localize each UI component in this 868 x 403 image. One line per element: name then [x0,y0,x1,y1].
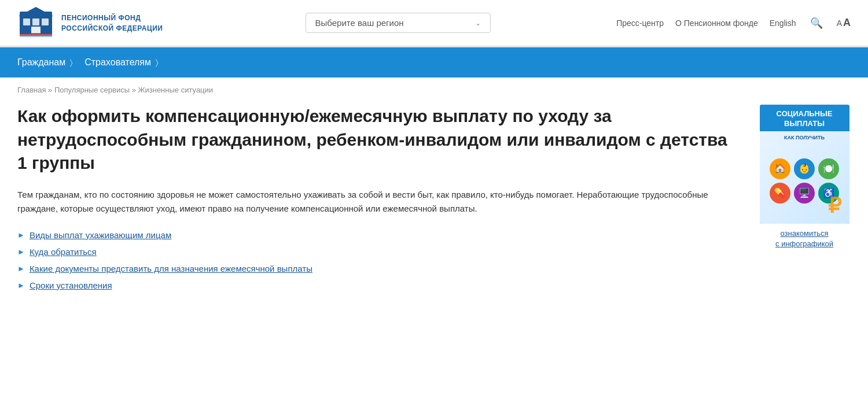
infographic-icon-4: 💊 [770,183,790,204]
toc-link[interactable]: Какие документы представить для назначен… [30,264,312,273]
header-nav: Пресс-центр О Пенсионном фонде English 🔍… [616,14,851,32]
infographic-header: СОЦИАЛЬНЫЕ ВЫПЛАТЫ [760,105,849,131]
infographic-title2: ВЫПЛАТЫ [763,119,846,129]
infographic-link[interactable]: ознакомитьсяс инфографикой [775,228,833,249]
search-button[interactable]: 🔍 [808,14,825,32]
english-link[interactable]: English [770,19,796,28]
ruble-icon: ₽ [828,194,841,218]
press-center-link[interactable]: Пресс-центр [616,19,664,28]
nav-insurers-label: Страхователям [84,57,151,68]
content-left: Как оформить компенсационную/ежемесячную… [17,105,741,290]
infographic-sublabel: КАК ПОЛУЧИТЬ [784,135,825,141]
toc-item: ► Какие документы представить для назнач… [17,264,741,273]
region-select-button[interactable]: Выберите ваш регион ⌄ [306,13,491,33]
site-header: ПЕНСИОННЫЙ ФОНД РОССИЙСКОЙ ФЕДЕРАЦИИ Выб… [0,0,868,46]
font-size-control[interactable]: А А [837,17,851,29]
region-selector: Выберите ваш регион ⌄ [179,13,616,33]
infographic-icon-2: 👶 [794,158,815,179]
font-big-a[interactable]: А [843,17,851,29]
nav-insurers[interactable]: Страхователям 〉 [84,57,170,68]
infographic-title1: СОЦИАЛЬНЫЕ [763,109,846,119]
toc-link[interactable]: Сроки установления [30,280,112,290]
infographic-icon-5: 🖥️ [794,183,815,204]
svg-rect-3 [32,19,39,25]
font-small-a[interactable]: А [837,19,842,28]
logo-text: ПЕНСИОННЫЙ ФОНД РОССИЙСКОЙ ФЕДЕРАЦИИ [61,13,163,34]
toc-link[interactable]: Виды выплат ухаживающим лицам [30,230,171,240]
main-content: Как оформить компенсационную/ежемесячную… [0,99,868,308]
logo-icon [17,6,54,40]
logo-area: ПЕНСИОННЫЙ ФОНД РОССИЙСКОЙ ФЕДЕРАЦИИ [17,6,179,40]
svg-rect-8 [20,33,52,35]
toc-arrow-icon: ► [17,247,25,256]
toc-item: ► Виды выплат ухаживающим лицам [17,230,741,240]
breadcrumb-popular[interactable]: Популярные сервисы [54,86,130,94]
toc-arrow-icon: ► [17,264,25,273]
about-link[interactable]: О Пенсионном фонде [675,19,758,28]
breadcrumb: Главная » Популярные сервисы » Жизненные… [0,77,868,99]
page-title: Как оформить компенсационную/ежемесячную… [17,105,741,175]
content-right: СОЦИАЛЬНЫЕ ВЫПЛАТЫ КАК ПОЛУЧИТЬ 🏠 👶 🍽️ 💊… [758,105,851,249]
toc-item: ► Куда обратиться [17,247,741,257]
infographic-box[interactable]: СОЦИАЛЬНЫЕ ВЫПЛАТЫ КАК ПОЛУЧИТЬ 🏠 👶 🍽️ 💊… [760,105,849,224]
main-nav: Гражданам 〉 Страхователям 〉 [0,47,868,77]
nav-citizens-label: Гражданам [17,57,65,68]
chevron-down-icon: ⌄ [475,19,481,27]
breadcrumb-sep1: » [48,86,52,94]
region-placeholder: Выберите ваш регион [315,18,404,28]
breadcrumb-sep2: » [132,86,136,94]
toc-list: ► Виды выплат ухаживающим лицам ► Куда о… [17,230,741,290]
search-icon: 🔍 [810,17,823,29]
breadcrumb-home[interactable]: Главная [17,86,46,94]
infographic-icon-3: 🍽️ [818,158,839,179]
intro-text: Тем гражданам, кто по состоянию здоровья… [17,188,712,217]
breadcrumb-current: Жизненные ситуации [138,86,213,94]
svg-rect-7 [20,35,52,36]
toc-arrow-icon: ► [17,231,25,239]
nav-citizens-arrow-icon: 〉 [70,58,73,68]
toc-link[interactable]: Куда обратиться [30,247,97,257]
toc-arrow-icon: ► [17,281,25,290]
infographic-image: КАК ПОЛУЧИТЬ 🏠 👶 🍽️ 💊 🖥️ ♿ ₽ [760,131,849,224]
svg-rect-2 [23,19,30,25]
infographic-icon-1: 🏠 [770,158,790,179]
nav-citizens[interactable]: Гражданам 〉 [17,57,84,68]
nav-insurers-arrow-icon: 〉 [156,58,159,68]
svg-rect-4 [42,19,49,25]
infographic-link-text: ознакомитьсяс инфографикой [775,229,833,248]
toc-item: ► Сроки установления [17,280,741,290]
